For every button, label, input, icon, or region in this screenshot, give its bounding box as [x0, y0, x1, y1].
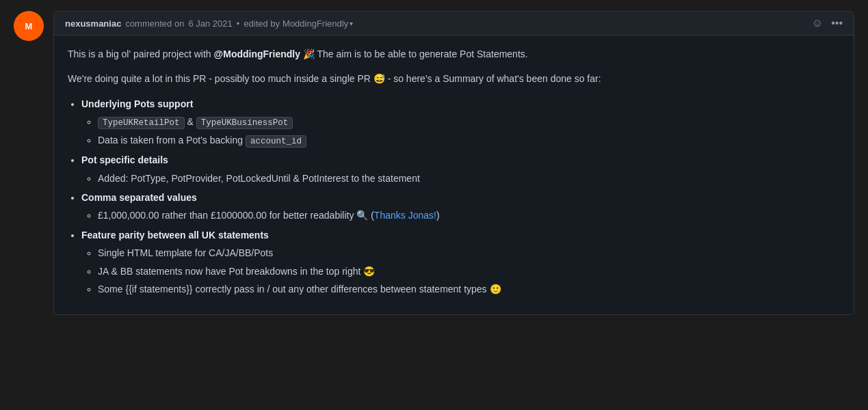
avatar: M — [14, 11, 44, 41]
sub-list: £1,000,000.00 rather than £1000000.00 fo… — [98, 208, 840, 223]
edited-prefix: edited by — [244, 18, 280, 29]
list-item-label: Underlying Pots support — [81, 98, 193, 109]
comment-box: nexusmaniac commented on 6 Jan 2021 • ed… — [53, 11, 854, 315]
mention-moddingfriendly: @ModdingFriendly — [214, 49, 300, 59]
svg-text:M: M — [25, 21, 33, 31]
code-typeukretailpot: TypeUKRetailPot — [98, 117, 185, 129]
main-list: Underlying Pots support TypeUKRetailPot … — [81, 96, 840, 297]
paragraph-2: We're doing quite a lot in this PR - pos… — [68, 71, 840, 86]
comment-header: nexusmaniac commented on 6 Jan 2021 • ed… — [54, 12, 854, 36]
edited-by-dropdown[interactable]: ModdingFriendly ▾ — [282, 18, 353, 29]
paragraph-1: This is a big ol' paired project with @M… — [68, 46, 840, 62]
list-item: Feature parity between all UK statements… — [81, 228, 840, 297]
list-item: JA & BB statements now have Pot breakdow… — [98, 264, 840, 279]
code-typeukbusinesspot: TypeUKBusinessPot — [196, 117, 293, 129]
list-item: Single HTML template for CA/JA/BB/Pots — [98, 245, 840, 260]
sub-list: Single HTML template for CA/JA/BB/Pots J… — [98, 245, 840, 297]
comment-action: commented on — [125, 18, 184, 29]
list-item: Underlying Pots support TypeUKRetailPot … — [81, 96, 840, 148]
more-options-button[interactable]: ••• — [831, 17, 843, 29]
list-item: TypeUKRetailPot & TypeUKBusinessPot — [98, 114, 840, 130]
sub-list: TypeUKRetailPot & TypeUKBusinessPot Data… — [98, 114, 840, 148]
thanks-jonas-link[interactable]: Thanks Jonas! — [374, 210, 436, 221]
list-item: Pot specific details Added: PotType, Pot… — [81, 152, 840, 186]
comment-body: This is a big ol' paired project with @M… — [54, 36, 854, 314]
edited-by-label: edited by ModdingFriendly ▾ — [244, 18, 353, 29]
list-item: Data is taken from a Pot's backing accou… — [98, 133, 840, 148]
list-item: Comma separated values £1,000,000.00 rat… — [81, 190, 840, 223]
code-account-id: account_id — [246, 135, 306, 148]
list-item-label: Pot specific details — [81, 154, 168, 165]
list-item: Some {{if statements}} correctly pass in… — [98, 282, 840, 297]
comment-author[interactable]: nexusmaniac — [65, 18, 121, 29]
list-item: £1,000,000.00 rather than £1000000.00 fo… — [98, 208, 840, 223]
comment-header-left: nexusmaniac commented on 6 Jan 2021 • ed… — [65, 18, 353, 29]
chevron-down-icon: ▾ — [350, 20, 353, 27]
list-item-label: Feature parity between all UK statements — [81, 230, 269, 241]
comment-date: 6 Jan 2021 — [188, 18, 232, 29]
list-item-label: Comma separated values — [81, 192, 197, 203]
comment-header-right: ☺ ••• — [812, 17, 843, 29]
list-item: Added: PotType, PotProvider, PotLockedUn… — [98, 171, 840, 186]
comment-container: M nexusmaniac commented on 6 Jan 2021 • … — [0, 0, 868, 326]
emoji-button[interactable]: ☺ — [812, 17, 823, 29]
edited-by-user: ModdingFriendly — [282, 18, 348, 29]
sub-list: Added: PotType, PotProvider, PotLockedUn… — [98, 171, 840, 186]
comment-separator: • — [237, 18, 240, 29]
